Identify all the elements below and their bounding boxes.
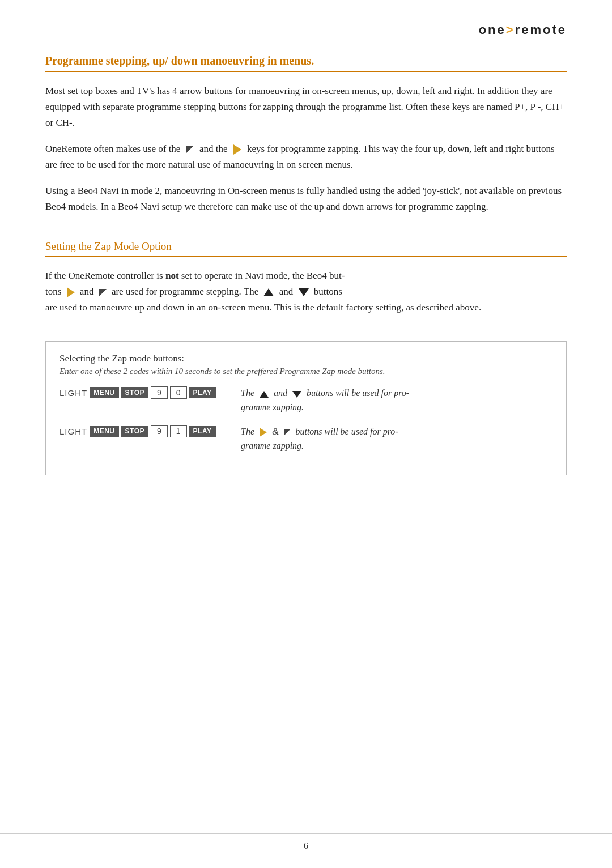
para1-and: and (80, 286, 94, 297)
key-play-2: PLAY (189, 426, 216, 437)
page-footer: 6 (0, 833, 612, 851)
key-9-2: 9 (151, 425, 168, 437)
para2-between: and the (199, 143, 228, 154)
dark-arrow-icon-3 (284, 429, 290, 436)
section1-para1: Most set top boxes and TV's has 4 arrow … (45, 83, 567, 131)
logo-text-right: remote (515, 23, 567, 37)
zap-sequence-1: LIGHT MENU STOP 9 0 PLAY (60, 386, 230, 399)
zap-sequence-2: LIGHT MENU STOP 9 1 PLAY (60, 425, 230, 437)
yellow-arrow-icon-3 (260, 428, 267, 437)
zap-desc-2-before: The (241, 427, 254, 436)
zap-mode-box: Selecting the Zap mode buttons: Enter on… (45, 341, 567, 475)
para1-stepping: are used for programme stepping. The (112, 286, 258, 297)
section2-para1: If the OneRemote controller is not set t… (45, 268, 567, 316)
section-zap-mode: Setting the Zap Mode Option If the OneRe… (45, 240, 567, 316)
zap-desc-1-before: The (241, 388, 254, 398)
para1-and2: and (279, 286, 294, 297)
logo-text-left: one (479, 23, 506, 37)
para1-before: If the OneRemote controller is (45, 270, 163, 281)
key-stop-2: STOP (121, 426, 148, 437)
zap-box-subtitle: Enter one of these 2 codes within 10 sec… (60, 367, 552, 376)
section-programme-stepping: Programme stepping, up/ down manoeuvring… (45, 54, 567, 215)
section1-title: Programme stepping, up/ down manoeuvring… (45, 54, 567, 72)
zap-box-title: Selecting the Zap mode buttons: (60, 353, 552, 364)
page-header: one>remote (45, 23, 567, 37)
key-light-2: LIGHT (60, 427, 87, 436)
dark-arrow-icon (186, 146, 194, 153)
yellow-arrow-icon (233, 144, 241, 155)
down-triangle-icon-2 (292, 391, 301, 398)
zap-desc-2: The & buttons will be used for pro-gramm… (241, 425, 398, 453)
key-0-1: 0 (170, 386, 187, 399)
zap-desc-1: The and buttons will be used for pro-gra… (241, 386, 409, 415)
up-triangle-icon (264, 288, 274, 296)
key-stop-1: STOP (121, 387, 148, 398)
page-number: 6 (304, 841, 308, 850)
logo-chevron: > (506, 23, 515, 37)
para2-before: OneRemote often makes use of the (45, 143, 180, 154)
zap-desc-2-and: & (272, 427, 279, 436)
zap-row-2: LIGHT MENU STOP 9 1 PLAY The & buttons w… (60, 425, 552, 453)
zap-desc-1-and: and (274, 388, 287, 398)
dark-arrow-icon-2 (99, 289, 107, 296)
key-menu-1: MENU (90, 387, 118, 398)
key-1-2: 1 (170, 425, 187, 437)
para1-not: not (165, 270, 179, 281)
section2-title: Setting the Zap Mode Option (45, 240, 567, 257)
para1-after: are used to manoeuvre up and down in an … (45, 302, 481, 313)
section1-para2: OneRemote often makes use of the and the… (45, 141, 567, 173)
yellow-arrow-icon-2 (67, 287, 75, 297)
down-triangle-icon (299, 288, 309, 296)
key-play-1: PLAY (189, 387, 216, 398)
para1-buttons: buttons (314, 286, 342, 297)
up-triangle-icon-2 (260, 391, 269, 398)
key-menu-2: MENU (90, 426, 118, 437)
key-9-1: 9 (151, 386, 168, 399)
logo: one>remote (479, 23, 567, 37)
zap-row-1: LIGHT MENU STOP 9 0 PLAY The and buttons… (60, 386, 552, 415)
section1-para3: Using a Beo4 Navi in mode 2, manoeuvring… (45, 183, 567, 215)
key-light-1: LIGHT (60, 388, 87, 398)
